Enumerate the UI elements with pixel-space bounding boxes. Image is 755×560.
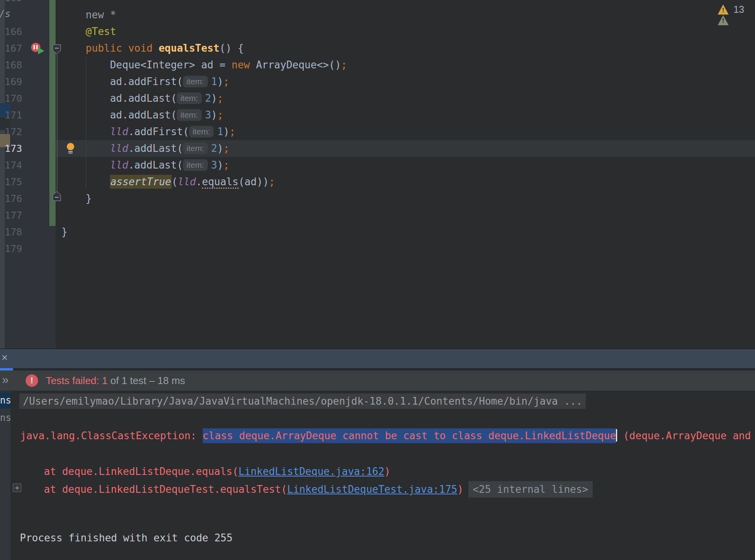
code-line: 176} [0, 190, 755, 207]
line-number[interactable]: 179 [5, 240, 22, 257]
test-tree-item[interactable]: ns [0, 410, 10, 426]
line-number[interactable]: 166 [5, 23, 22, 40]
intention-lightbulb-icon[interactable] [67, 143, 74, 150]
line-number[interactable]: 178 [5, 224, 22, 240]
code-text[interactable]: } [61, 224, 68, 240]
code-text[interactable]: ad.addFirst(item:1); [61, 73, 230, 90]
test-tree-item-selected[interactable]: ns [0, 392, 10, 409]
stack-frame-text: at deque.LinkedListDeque.equals( [44, 466, 238, 477]
line-number[interactable]: 168 [5, 57, 22, 73]
exception-prefix: java.lang.ClassCastException: [20, 430, 203, 442]
line-number[interactable]: 175 [5, 174, 22, 190]
fold-collapse-end-icon[interactable] [52, 191, 61, 201]
line-number-partial: 165 [5, 0, 22, 3]
code-line: new * [0, 7, 755, 23]
code-text[interactable]: assertTrue(lld.equals(ad)); [61, 174, 275, 190]
line-number[interactable]: 172 [5, 123, 22, 140]
code-line: 174lld.addLast(item:3); [0, 157, 755, 174]
stack-frame-close: ) [384, 466, 391, 477]
java-command-line[interactable]: /Users/emilymao/Library/Java/JavaVirtual… [19, 393, 586, 409]
tests-failed-label: Tests failed: [46, 375, 99, 386]
line-number[interactable]: 167 [5, 40, 22, 57]
test-status-text: Tests failed: 1 of 1 test – 18 ms [46, 375, 185, 387]
exception-suffix: (deque.ArrayDeque and d [617, 430, 755, 442]
code-line: 167public void equalsTest() { [0, 40, 755, 57]
code-line: 171ad.addLast(item:3); [0, 107, 755, 123]
run-arrow-icon[interactable] [38, 47, 44, 54]
code-text[interactable]: lld.addLast(item:3); [61, 157, 230, 174]
error-badge-icon: ! [26, 374, 38, 387]
stack-frame-close: ) [457, 483, 463, 495]
line-number[interactable]: 170 [5, 90, 22, 107]
code-text[interactable]: ad.addLast(item:3); [61, 107, 223, 123]
code-text[interactable]: lld.addFirst(item:1); [61, 123, 235, 140]
code-text[interactable]: @Test [61, 23, 116, 40]
code-line: 169ad.addFirst(item:1); [0, 73, 755, 90]
run-console[interactable]: ns ns /Users/emilymao/Library/Java/JavaV… [0, 391, 755, 560]
line-number[interactable]: 171 [5, 107, 22, 123]
line-number[interactable]: 177 [5, 207, 22, 224]
process-exit-line: Process finished with exit code 255 [20, 530, 233, 546]
line-number[interactable]: 176 [5, 190, 22, 207]
code-line: 170ad.addLast(item:2); [0, 90, 755, 107]
stack-frame-line: at deque.LinkedListDequeTest.equalsTest(… [44, 481, 593, 497]
internal-lines-badge[interactable]: <25 internal lines> [468, 481, 592, 497]
warning-count: 13 [733, 4, 744, 15]
code-line: 179 [0, 240, 755, 257]
code-text[interactable]: lld.addLast(item:2); [61, 140, 230, 157]
close-icon[interactable]: × [2, 352, 8, 364]
code-line: 175assertTrue(lld.equals(ad)); [0, 174, 755, 190]
code-line: 177 [0, 207, 755, 224]
tests-summary: of 1 test – 18 ms [108, 375, 185, 386]
fold-collapse-icon[interactable] [52, 44, 61, 54]
exception-selected-text: class deque.ArrayDeque cannot be cast to… [203, 428, 616, 443]
code-line: 166@Test [0, 23, 755, 40]
line-number[interactable]: 169 [5, 73, 22, 90]
weak-warning-triangle-icon[interactable]: ! [718, 15, 729, 25]
line-number[interactable]: 173 [5, 140, 22, 157]
stack-frame-link[interactable]: LinkedListDeque.java:162 [238, 466, 384, 477]
code-line: 172lld.addFirst(item:1); [0, 123, 755, 140]
exception-message[interactable]: java.lang.ClassCastException: class dequ… [20, 428, 755, 444]
code-text[interactable]: Deque<Integer> ad = new ArrayDeque<>(); [61, 57, 347, 73]
code-line: 173lld.addLast(item:2); [0, 140, 755, 157]
ide-window: /s 165 new *166@Test167public void equal… [0, 0, 755, 560]
stack-frame-link[interactable]: LinkedListDequeTest.java:175 [287, 483, 457, 495]
code-text[interactable]: ad.addLast(item:2); [61, 90, 223, 107]
tests-failed-count: 1 [99, 375, 108, 386]
panel-divider[interactable]: × [0, 348, 755, 368]
code-line: 178} [0, 224, 755, 240]
stack-frame-line: at deque.LinkedListDeque.equals(LinkedLi… [44, 464, 390, 479]
code-text[interactable]: public void equalsTest() { [61, 40, 244, 57]
warning-triangle-icon[interactable]: ! [718, 5, 729, 15]
code-text[interactable]: } [61, 190, 92, 207]
test-status-bar: » ! Tests failed: 1 of 1 test – 18 ms [0, 370, 755, 391]
stack-frame-text: at deque.LinkedListDequeTest.equalsTest( [44, 483, 287, 495]
expand-chevrons-icon[interactable]: » [2, 373, 9, 387]
code-text[interactable]: new * [61, 7, 116, 23]
inspections-widget[interactable]: ! 13 ! [718, 4, 755, 16]
code-line: 168Deque<Integer> ad = new ArrayDeque<>(… [0, 57, 755, 73]
code-editor[interactable]: /s 165 new *166@Test167public void equal… [0, 0, 755, 348]
line-number[interactable]: 174 [5, 157, 22, 174]
expand-stack-icon[interactable]: + [13, 483, 21, 492]
